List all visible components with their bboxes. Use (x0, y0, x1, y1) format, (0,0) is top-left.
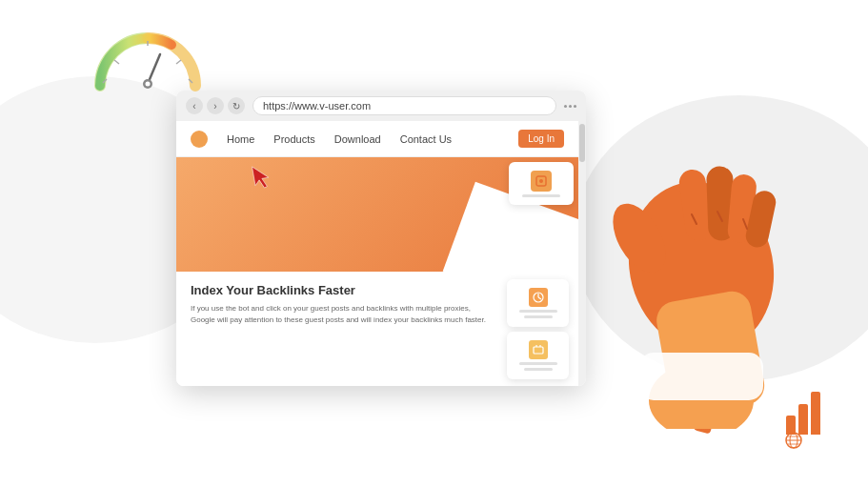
nav-products[interactable]: Products (273, 133, 314, 145)
browser-main-content: Home Products Download Contact Us Log In (176, 121, 578, 386)
content-card-line-2a (519, 362, 557, 365)
browser-titlebar: ‹ › ↻ https://www.v-user.com (176, 91, 586, 121)
cursor-arrow (250, 161, 278, 197)
svg-line-13 (538, 297, 541, 299)
svg-marker-10 (252, 164, 271, 189)
url-bar[interactable]: https://www.v-user.com (252, 96, 556, 115)
svg-point-2 (146, 82, 151, 87)
globe-icon (784, 431, 803, 454)
site-hero (176, 157, 578, 272)
content-card-line-1a (519, 310, 557, 313)
site-text-content: Index Your Backlinks Faster If you use t… (176, 272, 502, 386)
nav-contact[interactable]: Contact Us (400, 133, 452, 145)
chart-bar-3 (811, 392, 820, 435)
browser-window: ‹ › ↻ https://www.v-user.com Home Produc… (176, 91, 586, 386)
svg-rect-28 (639, 353, 763, 400)
nav-home[interactable]: Home (227, 133, 254, 145)
nav-download[interactable]: Download (334, 133, 381, 145)
speedometer-gauge (86, 14, 210, 100)
refresh-button[interactable]: ↻ (228, 97, 245, 114)
content-card-icon-1 (529, 288, 548, 307)
browser-content: Home Products Download Contact Us Log In (176, 121, 586, 386)
svg-rect-14 (534, 347, 543, 354)
site-logo (191, 131, 208, 148)
bar-chart (786, 392, 820, 435)
content-card-line-1b (524, 315, 553, 318)
robot-hand (554, 48, 820, 433)
svg-point-9 (539, 179, 543, 183)
content-card-icon-2 (529, 340, 548, 359)
site-content-area: Index Your Backlinks Faster If you use t… (176, 272, 578, 386)
url-text: https://www.v-user.com (263, 100, 371, 112)
content-card-line-2b (524, 368, 553, 371)
site-navbar: Home Products Download Contact Us Log In (176, 121, 578, 157)
svg-line-6 (176, 60, 181, 64)
card-icon-1 (531, 171, 552, 192)
site-body-text: If you use the bot and click on your gue… (191, 303, 488, 326)
site-heading: Index Your Backlinks Faster (191, 283, 488, 297)
svg-line-0 (148, 54, 160, 84)
svg-line-4 (114, 60, 119, 64)
